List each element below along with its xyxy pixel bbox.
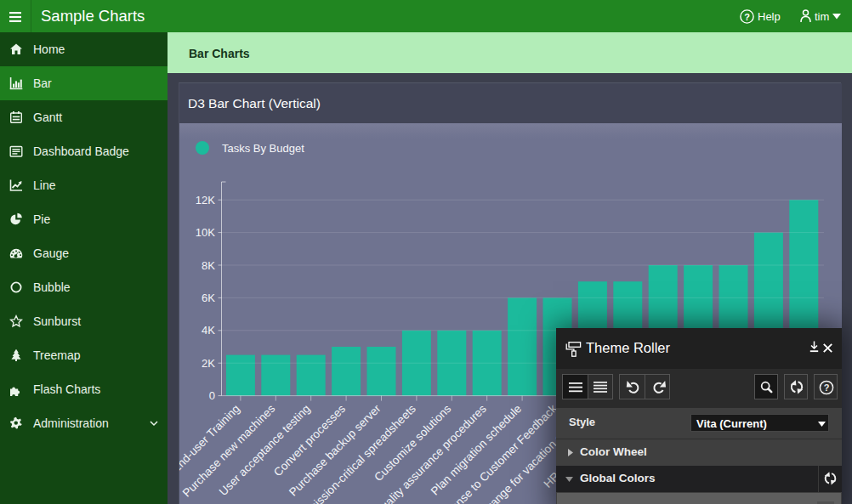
svg-text:2K: 2K — [202, 357, 215, 370]
svg-text:10K: 10K — [196, 226, 215, 239]
svg-text:8K: 8K — [202, 259, 215, 272]
svg-text:0: 0 — [209, 389, 215, 402]
svg-text:4K: 4K — [202, 324, 215, 337]
svg-text:12K: 12K — [196, 194, 215, 207]
svg-text:?: ? — [824, 382, 830, 393]
svg-text:?: ? — [744, 12, 750, 22]
svg-text:6K: 6K — [202, 292, 215, 304]
svg-text:Tasks By Budget: Tasks By Budget — [222, 142, 304, 155]
